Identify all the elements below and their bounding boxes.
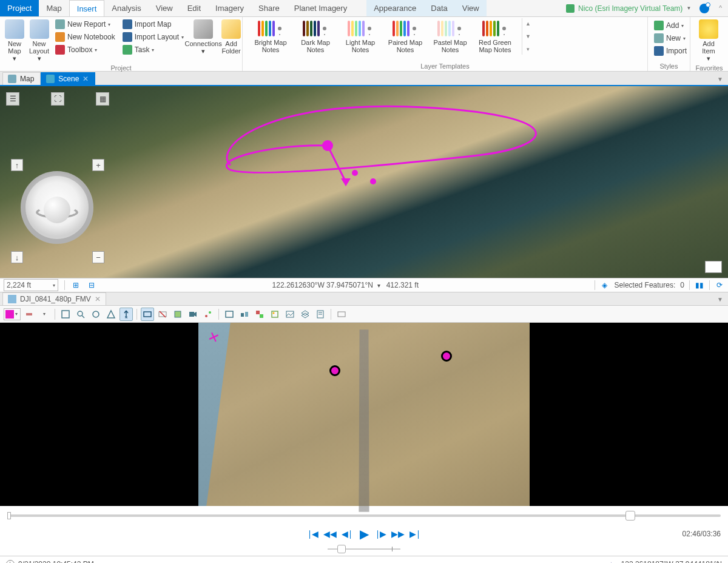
template-paired-map-notes[interactable]: Paired Map Notes xyxy=(386,21,425,53)
gallery-up-button[interactable]: ▲ xyxy=(525,21,531,27)
look-up-button[interactable]: ↑ xyxy=(11,159,23,171)
record-tool[interactable] xyxy=(186,308,200,321)
export-frame-tool[interactable] xyxy=(223,308,236,321)
display-options-tool[interactable] xyxy=(335,308,348,321)
context-tab-view[interactable]: View xyxy=(455,0,487,16)
menu-analysis[interactable]: Analysis xyxy=(104,0,148,16)
user-menu[interactable]: Nico (Esri Imagery Virtual Team) ▼ ^ xyxy=(560,0,728,16)
import-map-button[interactable]: Import Map xyxy=(120,18,186,30)
refresh-icon[interactable]: ⟳ xyxy=(715,280,724,290)
selection-icon[interactable]: ◈ xyxy=(600,280,610,290)
gallery-expand-button[interactable]: ▾ xyxy=(527,46,530,52)
menu-edit[interactable]: Edit xyxy=(180,0,208,16)
new-map-button[interactable]: New Map ▾ xyxy=(4,18,25,63)
task-button[interactable]: Task▾ xyxy=(120,44,186,56)
skip-end-button[interactable]: ▶∣ xyxy=(410,528,420,539)
tab-map[interactable]: Map xyxy=(2,72,41,85)
export-segment-tool[interactable] xyxy=(238,308,251,321)
menu-imagery[interactable]: Imagery xyxy=(208,0,251,16)
new-layout-button[interactable]: New Layout ▾ xyxy=(28,18,50,63)
footprint-toggle[interactable] xyxy=(141,308,154,321)
export-ppt-tool[interactable] xyxy=(253,308,266,321)
tab-scene[interactable]: Scene ✕ xyxy=(41,72,95,85)
context-tab-appearance[interactable]: Appearance xyxy=(366,0,423,16)
navigator-compass[interactable] xyxy=(21,171,93,244)
point-tool[interactable] xyxy=(22,308,36,321)
grid-tool[interactable]: ▦ xyxy=(96,92,109,106)
zoom-in-button[interactable]: + xyxy=(92,159,104,171)
scale-selector[interactable]: 2,224 ft ▾ xyxy=(4,279,58,291)
time-display: 02:46/03:36 xyxy=(682,530,721,538)
speed-thumb[interactable] xyxy=(337,545,346,553)
menu-insert[interactable]: Insert xyxy=(69,0,105,16)
step-back-button[interactable]: ◀∣ xyxy=(342,528,352,539)
menu-map[interactable]: Map xyxy=(39,0,69,16)
favorites-add-item-button[interactable]: Add Item ▾ xyxy=(694,18,723,63)
gallery-down-button[interactable]: ▼ xyxy=(525,33,531,39)
speed-slider[interactable] xyxy=(328,548,400,550)
add-icon xyxy=(654,21,664,30)
styles-add-button[interactable]: Add▾ xyxy=(652,19,689,32)
new-report-button[interactable]: New Report▾ xyxy=(53,18,118,30)
timeline-playhead[interactable] xyxy=(625,511,635,521)
timeline-start-handle[interactable] xyxy=(7,512,11,519)
svg-point-9 xyxy=(93,311,99,317)
menu-project[interactable]: Project xyxy=(0,0,39,16)
pause-drawing-icon[interactable]: ▮▮ xyxy=(695,280,704,290)
constraint-icon[interactable]: ⊞ xyxy=(71,280,81,290)
measure-tool[interactable] xyxy=(89,308,103,321)
play-button[interactable]: ▶ xyxy=(359,528,369,539)
rewind-button[interactable]: ◀◀ xyxy=(325,528,335,539)
zoom-out-button[interactable]: − xyxy=(92,251,104,263)
notification-icon[interactable] xyxy=(699,4,709,13)
add-folder-button[interactable]: Add Folder xyxy=(220,18,242,56)
menu-planet-imagery[interactable]: Planet Imagery xyxy=(287,0,354,16)
template-bright-map-notes[interactable]: Bright Map Notes xyxy=(251,21,290,53)
import-layout-button[interactable]: Import Layout▾ xyxy=(120,31,186,43)
tabs-dropdown[interactable]: ▼ xyxy=(712,73,728,85)
close-icon[interactable]: ✕ xyxy=(95,295,101,303)
fmv-video-viewport[interactable]: ✕ xyxy=(0,323,728,506)
zoom-to-tool[interactable] xyxy=(74,308,87,321)
explore-tool[interactable]: ☰ xyxy=(6,92,19,106)
marker-color-picker[interactable]: ▾ xyxy=(4,308,21,320)
fast-forward-button[interactable]: ▶▶ xyxy=(393,528,403,539)
mosaic-tool[interactable] xyxy=(268,308,281,321)
north-up-toggle[interactable]: N xyxy=(120,308,133,321)
video-timeline[interactable] xyxy=(0,506,728,525)
symbol-picker[interactable]: ▾ xyxy=(38,308,51,321)
styles-new-button[interactable]: New▾ xyxy=(652,32,689,44)
styles-import-button[interactable]: Import xyxy=(652,45,689,57)
template-pastel-map-notes[interactable]: Pastel Map Notes xyxy=(431,21,470,53)
toolbox-button[interactable]: Toolbox▾ xyxy=(53,44,118,56)
metadata-tool[interactable] xyxy=(314,308,327,321)
skip-start-button[interactable]: ∣◀ xyxy=(308,528,318,539)
close-icon[interactable]: ✕ xyxy=(83,75,89,83)
new-notebook-button[interactable]: New Notebook xyxy=(53,31,118,43)
menu-view[interactable]: View xyxy=(149,0,180,16)
basemap-button[interactable] xyxy=(705,261,722,273)
template-red-green-map-notes[interactable]: Red Green Map Notes xyxy=(476,21,514,53)
template-dark-map-notes[interactable]: Dark Map Notes xyxy=(296,21,335,53)
look-down-button[interactable]: ↓ xyxy=(11,251,23,263)
frame-outline-tool[interactable] xyxy=(171,308,184,321)
tabs-dropdown[interactable]: ▼ xyxy=(712,294,728,305)
step-forward-button[interactable]: ∣▶ xyxy=(376,528,386,539)
clear-footprint-tool[interactable] xyxy=(156,308,169,321)
layers-tool[interactable] xyxy=(298,308,312,321)
navigator-widget[interactable]: ↑ + ↓ − xyxy=(8,153,106,274)
template-light-map-notes[interactable]: Light Map Notes xyxy=(341,21,380,53)
frame-center-tool[interactable] xyxy=(104,308,118,321)
context-tab-data[interactable]: Data xyxy=(423,0,454,16)
tab-fmv-video[interactable]: DJI_0841_480p_FMV ✕ xyxy=(2,292,106,305)
full-extent-tool[interactable]: ⛶ xyxy=(51,92,64,106)
scene-viewport[interactable]: ☰ ⛶ ▦ ↑ + ↓ − xyxy=(0,86,728,278)
bookmark-tool[interactable] xyxy=(59,308,72,321)
snapping-icon[interactable]: ⊟ xyxy=(87,280,96,290)
timeline-track[interactable] xyxy=(7,514,721,517)
sensor-trail-tool[interactable] xyxy=(201,308,215,321)
image-tool[interactable] xyxy=(283,308,297,321)
ribbon-collapse-icon[interactable]: ^ xyxy=(719,5,722,12)
connections-button[interactable]: Connections ▾ xyxy=(189,18,218,56)
menu-share[interactable]: Share xyxy=(251,0,287,16)
